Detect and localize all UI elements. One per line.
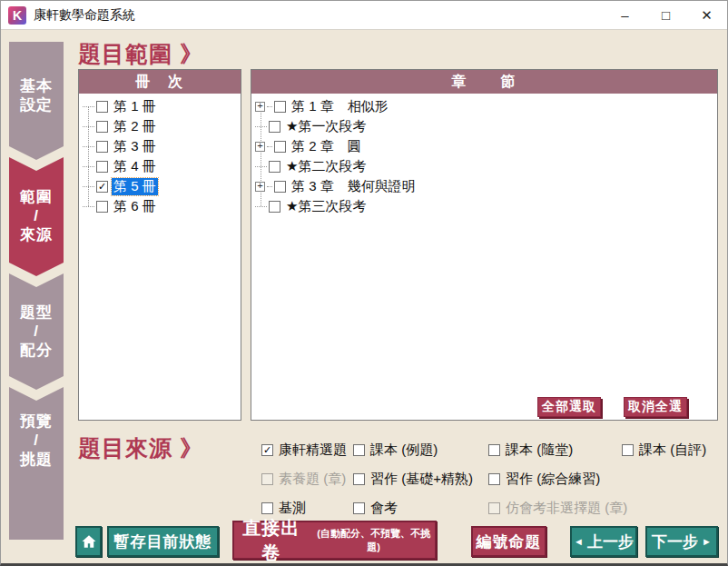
checkbox-unchecked[interactable] [96,141,108,153]
maximize-icon[interactable]: □ [645,1,686,29]
checkbox-unchecked[interactable] [96,161,108,173]
next-step-button[interactable]: 下一步 ► [645,526,718,557]
checkbox-unchecked[interactable] [353,502,365,514]
tree-item-label[interactable]: 第 3 冊 [112,138,158,155]
save-state-button[interactable]: 暫存目前狀態 [107,526,219,557]
tree-item-label[interactable]: ★第一次段考 [284,118,368,135]
sidebar-tab-label-line: 預覽 [20,412,53,431]
tree-item[interactable]: 第 4 冊 [79,156,241,176]
sidebar-tab-basic-settings[interactable]: 基本設定 [9,42,64,160]
tree-item[interactable]: ★第一次段考 [251,116,717,136]
prev-step-label: 上一步 [587,531,634,552]
tree-connector-stub [83,186,94,187]
volume-panel-header: 冊 次 [79,70,241,94]
source-option: 素養題 (章) [261,471,353,488]
sidebar-tab-label-line: 來源 [20,225,53,244]
source-option-label: 習作 (基礎+精熟) [370,471,473,488]
checkbox-unchecked[interactable] [96,201,108,213]
volume-panel: 冊 次 第 1 冊第 2 冊第 3 冊第 4 冊✓第 5 冊第 6 冊 [78,69,241,421]
tree-connector-stub [83,206,94,207]
checkbox-unchecked[interactable] [274,141,286,153]
source-option[interactable]: 習作 (綜合練習) [488,471,622,488]
tree-item-label[interactable]: 第 2 冊 [112,118,158,135]
tree-item[interactable]: ★第三次段考 [251,196,717,216]
tree-item[interactable]: +第 1 章 相似形 [251,96,717,116]
source-options-grid: ✓康軒精選題課本 (例題)課本 (隨堂)課本 (自評)素養題 (章)習作 (基礎… [261,435,720,522]
checkbox-unchecked[interactable] [269,121,280,133]
sidebar-tab-label-line: 設定 [20,95,53,114]
source-option-label: 仿會考非選擇題 (章) [506,500,627,517]
tree-item[interactable]: 第 3 冊 [79,136,241,156]
sidebar-tab-preview-pick[interactable]: 預覽/挑題 [9,387,64,540]
tree-item-label[interactable]: ★第二次段考 [284,158,368,175]
tree-item-label[interactable]: ★第三次段考 [284,198,368,215]
source-option[interactable]: 課本 (例題) [353,442,488,459]
home-button[interactable] [75,526,102,557]
checkbox-unchecked[interactable] [269,201,280,213]
checkbox-unchecked[interactable] [488,473,500,485]
checkbox-unchecked[interactable] [274,181,286,193]
prev-step-button[interactable]: ◄ 上一步 [570,526,637,557]
checkbox-unchecked[interactable] [622,444,634,456]
checkbox-unchecked[interactable] [96,101,108,113]
checkbox-unchecked [488,502,500,514]
tree-item-label[interactable]: 第 3 章 幾何與證明 [290,178,418,195]
checkbox-checked[interactable]: ✓ [261,444,273,456]
source-option[interactable]: 習作 (基礎+精熟) [353,471,488,488]
source-option[interactable]: 課本 (自評) [622,442,720,459]
checkbox-unchecked[interactable] [488,444,500,456]
tree-item[interactable]: 第 6 冊 [79,196,241,216]
tree-item-label[interactable]: 第 2 章 圓 [290,138,363,155]
expand-plus-icon[interactable]: + [255,142,265,152]
tree-connector-stub [83,126,94,127]
source-option[interactable]: 課本 (隨堂) [488,442,622,459]
expand-plus-icon[interactable]: + [255,102,265,112]
deselect-all-button[interactable]: 取消全選 [624,397,687,417]
tree-connector-stub [267,146,272,147]
tree-item[interactable]: 第 1 冊 [79,96,241,116]
tree-item-label[interactable]: 第 4 冊 [112,158,158,175]
main-content: 基本設定 範圍/來源 題型/配分 預覽/挑題 題目範圍 》 冊 次 第 1 冊第… [1,30,727,564]
close-icon[interactable]: ✕ [686,1,727,29]
checkbox-checked[interactable]: ✓ [96,181,108,193]
left-arrow-icon: ◄ [574,536,584,547]
tree-item-label[interactable]: 第 5 冊 [112,178,158,195]
tree-item[interactable]: ✓第 5 冊 [79,176,241,196]
checkbox-unchecked[interactable] [269,161,280,173]
checkbox-unchecked[interactable] [96,121,108,133]
direct-exam-button[interactable]: 直接出卷 (自動配分、不預覽、不挑題) [232,521,437,560]
app-window: K 康軒數學命題系統 – □ ✕ 基本設定 範圍/來源 題型/配分 預覽/挑題 … [0,0,728,566]
tree-connector-stub [255,166,267,167]
minimize-icon[interactable]: – [605,1,645,29]
tree-item-label[interactable]: 第 1 章 相似形 [290,98,390,115]
source-option[interactable]: ✓康軒精選題 [261,442,353,459]
tree-connector-stub [83,146,94,147]
expand-plus-icon[interactable]: + [255,182,265,192]
sidebar-tab-scope-source[interactable]: 範圍/來源 [9,157,64,276]
sidebar-tab-type-points[interactable]: 題型/配分 [9,273,64,390]
title-bar: K 康軒數學命題系統 – □ ✕ [1,1,727,30]
checkbox-unchecked [261,473,273,485]
chapter-tree: +第 1 章 相似形★第一次段考+第 2 章 圓★第二次段考+第 3 章 幾何與… [251,94,717,420]
chapter-panel-buttons: 全部選取 取消全選 [537,397,687,417]
tree-connector-stub [255,126,267,127]
numbered-exam-button[interactable]: 編號命題 [471,526,546,557]
checkbox-unchecked[interactable] [353,473,365,485]
sidebar-tab-label-line: / [34,206,39,225]
checkbox-unchecked[interactable] [353,444,365,456]
direct-exam-note: (自動配分、不預覽、不挑題) [312,527,435,554]
tree-item[interactable]: ★第二次段考 [251,156,717,176]
tree-connector-stub [83,166,94,167]
tree-item[interactable]: +第 3 章 幾何與證明 [251,176,717,196]
tree-item-label[interactable]: 第 6 冊 [112,198,158,215]
select-all-button[interactable]: 全部選取 [537,397,601,417]
tree-item[interactable]: +第 2 章 圓 [251,136,717,156]
checkbox-unchecked[interactable] [261,502,273,514]
tree-item-label[interactable]: 第 1 冊 [112,98,158,115]
source-option[interactable]: 基測 [261,500,353,517]
tree-item[interactable]: 第 2 冊 [79,116,241,136]
home-icon [81,533,97,550]
checkbox-unchecked[interactable] [274,101,286,113]
next-step-label: 下一步 [652,531,698,552]
source-option[interactable]: 會考 [353,500,488,517]
